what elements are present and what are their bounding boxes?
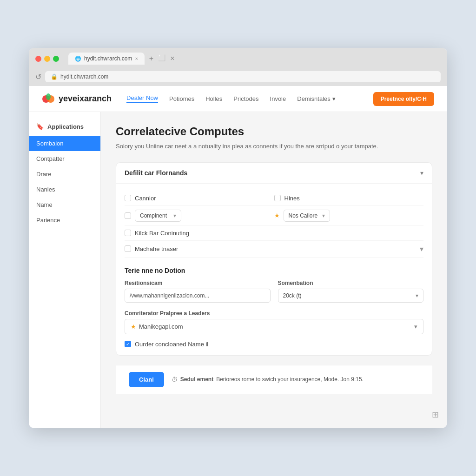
checkbox-row-kilck: Kilck Bar Coninuting <box>125 226 423 241</box>
tab-close-button[interactable]: × <box>135 56 138 61</box>
field2-label: Somenbation <box>278 280 424 286</box>
field2-caret: ▾ <box>416 292 418 299</box>
new-tab-button[interactable]: + <box>149 54 153 63</box>
nav-potiomes[interactable]: Potiomes <box>169 95 194 102</box>
star-icon: ★ <box>274 212 280 219</box>
checkbox-row-hines: Hines <box>274 191 424 206</box>
sidebar-item-contpatter[interactable]: Contpatter <box>29 151 100 166</box>
nav-holles[interactable]: Holles <box>205 95 222 102</box>
checkbox-label-kilck: Kilck Bar Coninuting <box>135 230 189 237</box>
checkbox-ourder-label: Ourder concloaned Name il <box>135 341 208 348</box>
browser-tab[interactable]: 🌐 hydlt.chwrarch.com × <box>68 53 145 65</box>
grid-icon: ⊞ <box>432 410 439 420</box>
lock-icon: 🔒 <box>51 73 58 80</box>
checkbox-row-machahe: Machahe tnaser ▾ <box>125 241 423 258</box>
main-content: Correlatecive Computes Solory you Uniine… <box>101 112 447 428</box>
card-body: Cannior Hines Compinent ▾ <box>116 184 432 355</box>
logo: yeveixaranch <box>42 93 112 106</box>
checkbox-label-machahe: Machahe tnaser <box>135 245 178 252</box>
card-section-title: Defilit car Flornands <box>125 169 187 177</box>
traffic-light-yellow[interactable] <box>44 56 50 62</box>
machahe-caret: ▾ <box>420 245 423 253</box>
field3-caret: ▾ <box>414 323 417 330</box>
traffic-light-green[interactable] <box>53 56 59 62</box>
checkbox-single-row: Ourder concloaned Name il <box>125 341 423 348</box>
traffic-light-red[interactable] <box>35 56 41 62</box>
checkbox-cannior[interactable] <box>125 195 131 201</box>
url-display[interactable]: hydlt.chwrarch.com <box>60 73 108 80</box>
chevron-down-icon: ▾ <box>332 95 336 102</box>
field3-label: Comriterator Pralpree a Leaders <box>125 310 423 317</box>
form-row-2col: Resitionsicam Somenbation 20ck (t) ▾ <box>125 280 423 303</box>
logo-text: yeveixaranch <box>59 94 112 104</box>
status-text: ⏱ Sedul ement Berioreos rome to swich yo… <box>172 376 364 383</box>
sidebar-item-parience[interactable]: Parience <box>29 212 100 228</box>
close-window-button[interactable]: × <box>170 54 174 63</box>
nav-dealer-now[interactable]: Dealer Now <box>126 94 158 103</box>
sidebar: 🔖 Applications Sombalon Contpatter Drare… <box>29 112 101 428</box>
field3-select[interactable]: ★ Manikegapl.com ▾ <box>125 319 423 334</box>
field3-star-icon: ★ <box>131 323 136 330</box>
section2-title: Terie nne no Dotion <box>125 267 423 274</box>
sidebar-heading: 🔖 Applications <box>29 119 100 136</box>
status-bold: Sedul ement <box>180 376 213 383</box>
status-detail: Berioreos rome to swich your insuragence… <box>216 376 364 383</box>
window-button[interactable]: ⬜ <box>158 54 165 63</box>
sidebar-item-sombalon[interactable]: Sombalon <box>29 136 100 151</box>
compinent-caret: ▾ <box>173 212 176 219</box>
field1-input[interactable] <box>125 289 271 303</box>
clock-icon: ⏱ <box>172 376 178 383</box>
field3-value: Manikegapl.com <box>139 323 183 330</box>
page-description: Solory you Uniine car neet a a notuality… <box>116 142 432 151</box>
page-title: Correlatecive Computes <box>116 125 432 138</box>
nav-invole[interactable]: Invole <box>270 95 286 102</box>
sidebar-item-nanles[interactable]: Nanles <box>29 182 100 197</box>
field2-select[interactable]: 20ck (t) ▾ <box>278 289 424 303</box>
nos-callore-select[interactable]: Nos Callore ▾ <box>284 210 330 222</box>
checkbox-row-nos-callore: ★ Nos Callore ▾ <box>274 206 424 226</box>
nos-callore-caret: ▾ <box>322 212 325 219</box>
card-section-header[interactable]: Defilit car Flornands ▾ <box>116 163 432 184</box>
tab-favicon: 🌐 <box>75 56 81 62</box>
compinent-select[interactable]: Compinent ▾ <box>135 210 181 222</box>
field1-label: Resitionsicam <box>125 280 271 286</box>
app-header: yeveixaranch Dealer Now Potiomes Holles … <box>29 86 447 112</box>
checkbox-hines[interactable] <box>274 195 281 201</box>
checkbox-label-hines: Hines <box>284 195 300 202</box>
header-cta-button[interactable]: Preetnce olty/C·H <box>373 92 434 106</box>
form-group-resitionsicam: Resitionsicam <box>125 280 271 303</box>
checkbox-row-cannior: Cannior <box>125 191 274 206</box>
main-nav: Dealer Now Potiomes Holles Prictodes Inv… <box>126 94 358 103</box>
checkbox-compinent[interactable] <box>125 212 131 219</box>
checkbox-machahe[interactable] <box>125 245 131 252</box>
checkbox-row-compinent: Compinent ▾ <box>125 206 274 226</box>
form-group-comriterator: Comriterator Pralpree a Leaders ★ Manike… <box>125 310 423 334</box>
form-card: Defilit car Flornands ▾ Cannior Hines <box>116 162 432 356</box>
checkbox-label-cannior: Cannior <box>135 195 156 202</box>
logo-icon <box>42 93 55 106</box>
sidebar-item-drare[interactable]: Drare <box>29 166 100 182</box>
sidebar-item-name[interactable]: Name <box>29 197 100 212</box>
refresh-icon[interactable]: ↺ <box>35 73 41 81</box>
nav-prictodes[interactable]: Prictodes <box>233 95 258 102</box>
clanl-button[interactable]: Clanl <box>129 372 164 387</box>
checkbox-kilck[interactable] <box>125 230 131 236</box>
field2-value: 20ck (t) <box>283 292 302 299</box>
tab-label: hydlt.chwrarch.com <box>84 55 132 62</box>
bottom-bar: Clanl ⏱ Sedul ement Berioreos rome to sw… <box>116 365 432 394</box>
app-body: ‹ 🔖 Applications Sombalon Contpatter Dra… <box>29 112 447 428</box>
checkbox-grid: Cannior Hines Compinent ▾ <box>125 191 423 258</box>
checkbox-ourder[interactable] <box>125 341 131 347</box>
svg-point-2 <box>46 93 51 100</box>
sidebar-heading-icon: 🔖 <box>36 123 44 130</box>
form-group-somenbation: Somenbation 20ck (t) ▾ <box>278 280 424 303</box>
card-chevron-icon: ▾ <box>420 169 423 177</box>
nav-demisntales[interactable]: Demisntales ▾ <box>297 95 336 102</box>
